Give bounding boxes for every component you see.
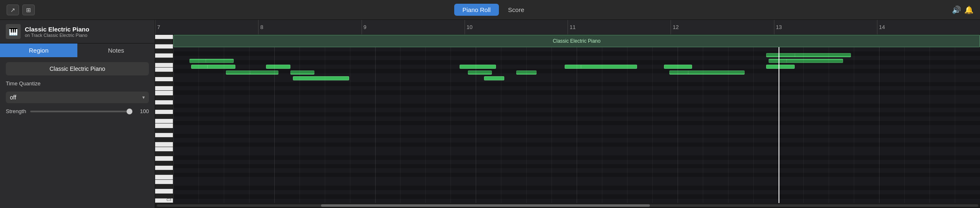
tab-score[interactable]: Score (500, 4, 532, 16)
scrollbar-thumb[interactable] (321, 204, 649, 207)
piano-key-b5[interactable] (155, 35, 173, 39)
piano-key-c#3[interactable] (155, 194, 173, 198)
sub-measure-line (930, 47, 930, 203)
measure-line (375, 47, 376, 203)
piano-key-a3[interactable] (155, 156, 173, 161)
note[interactable] (460, 65, 496, 69)
piano-key-d4[interactable] (155, 133, 173, 138)
piano-key-a4[interactable] (155, 100, 173, 105)
ruler-mark: 8 (258, 20, 263, 34)
piano-key-e3[interactable] (155, 180, 173, 184)
controls-area: Classic Electric Piano Time Quantize off… (0, 57, 155, 119)
playhead (779, 47, 779, 203)
piano-key-d3[interactable] (155, 189, 173, 193)
grid-area[interactable]: Classic Electric Piano (173, 35, 980, 203)
piano-key-d5[interactable] (155, 77, 173, 82)
sub-measure-line (551, 47, 552, 203)
tab-piano-roll[interactable]: Piano Roll (454, 4, 499, 16)
piano-keys: C3 (155, 35, 173, 203)
piano-key-g3[interactable] (155, 166, 173, 170)
piano-key-f#3[interactable] (155, 170, 173, 175)
sub-measure-line (803, 47, 804, 203)
strength-value: 100 (137, 108, 149, 114)
grid-icon-btn[interactable]: ⊞ (22, 5, 35, 15)
piano-key-g#5[interactable] (155, 49, 173, 53)
instrument-button[interactable]: Classic Electric Piano (6, 62, 149, 75)
strength-label: Strength (6, 108, 26, 114)
ruler-mark: 12 (671, 20, 678, 34)
measure-line (678, 47, 678, 203)
piano-key-g#4[interactable] (155, 105, 173, 109)
piano-icon: 🎹 (9, 27, 18, 36)
slider-thumb[interactable] (127, 109, 132, 114)
piano-key-b4[interactable] (155, 91, 173, 95)
tab-notes[interactable]: Notes (77, 44, 155, 57)
piano-key-b3[interactable] (155, 147, 173, 152)
time-quantize-label: Time Quantize (6, 80, 41, 87)
note[interactable] (207, 65, 235, 69)
sub-measure-line (955, 47, 955, 203)
piano-key-c3[interactable]: C3 (155, 198, 173, 203)
time-quantize-select[interactable]: off ▾ (6, 92, 149, 103)
sub-measure-line (199, 47, 199, 203)
piano-key-g5[interactable] (155, 53, 173, 58)
ruler-mark: 7 (155, 20, 160, 34)
piano-key-c4[interactable] (155, 142, 173, 147)
sub-measure-line (753, 47, 754, 203)
piano-key-c5[interactable] (155, 86, 173, 91)
bell-icon: 🔔 (964, 5, 973, 15)
note[interactable] (766, 65, 794, 69)
piano-key-f4[interactable] (155, 119, 173, 123)
piano-key-f5[interactable] (155, 63, 173, 68)
piano-key-e4[interactable] (155, 123, 173, 128)
piano-key-a#5[interactable] (155, 39, 173, 44)
sub-measure-line (526, 47, 527, 203)
track-name: Classic Electric Piano (25, 26, 89, 33)
piano-key-f#5[interactable] (155, 58, 173, 63)
piano-roll-area: 789101112131415 C3 Classic Electric Pian… (155, 20, 980, 208)
arrow-icon-btn[interactable]: ↗ (7, 5, 19, 15)
note[interactable] (266, 65, 290, 69)
piano-key-d#5[interactable] (155, 72, 173, 77)
piano-key-a#3[interactable] (155, 152, 173, 156)
scrollbar-track[interactable] (157, 204, 978, 207)
piano-key-d#4[interactable] (155, 128, 173, 133)
piano-key-c#4[interactable] (155, 138, 173, 142)
piano-key-g#3[interactable] (155, 161, 173, 166)
sub-measure-line (400, 47, 400, 203)
track-header: 🎹 Classic Electric Piano on Track Classi… (0, 20, 155, 44)
note[interactable] (293, 76, 350, 80)
measure-line (173, 47, 174, 203)
sub-measure-line (249, 47, 249, 203)
top-bar-center: Piano Roll Score (454, 4, 533, 16)
ruler-numbers: 789101112131415 (155, 20, 980, 34)
left-panel: 🎹 Classic Electric Piano on Track Classi… (0, 20, 155, 208)
tab-region[interactable]: Region (0, 44, 77, 57)
ruler-mark: 9 (362, 20, 367, 34)
piano-grid-area: C3 Classic Electric Piano (155, 35, 980, 203)
strength-slider[interactable] (30, 111, 132, 112)
sub-measure-line (602, 47, 602, 203)
sub-measure-line (728, 47, 728, 203)
scrollbar-area (155, 203, 980, 208)
grid-canvas (173, 47, 980, 203)
piano-key-a5[interactable] (155, 44, 173, 49)
piano-key-d#3[interactable] (155, 184, 173, 189)
sub-measure-line (325, 47, 325, 203)
top-bar: ↗ ⊞ Piano Roll Score 🔊 🔔 (0, 0, 980, 20)
sub-measure-line (224, 47, 224, 203)
piano-key-a#4[interactable] (155, 96, 173, 100)
piano-key-f#4[interactable] (155, 114, 173, 119)
piano-key-f3[interactable] (155, 175, 173, 179)
measure-line (274, 47, 275, 203)
sub-measure-line (627, 47, 628, 203)
piano-key-g4[interactable] (155, 110, 173, 114)
sub-measure-line (703, 47, 703, 203)
sub-measure-line (652, 47, 653, 203)
piano-key-e5[interactable] (155, 68, 173, 72)
sub-measure-line (501, 47, 501, 203)
strength-row: Strength 100 (6, 108, 149, 114)
note[interactable] (581, 65, 637, 69)
left-tab-row: Region Notes (0, 44, 155, 57)
piano-key-c#5[interactable] (155, 82, 173, 86)
